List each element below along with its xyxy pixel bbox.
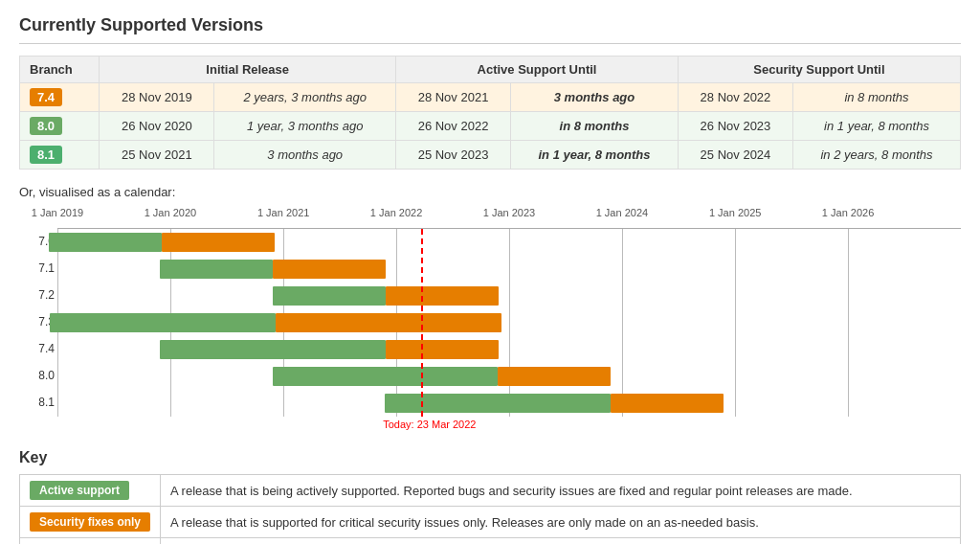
calendar-chart: 1 Jan 20191 Jan 20201 Jan 20211 Jan 2022… [19, 207, 961, 434]
gantt-bar [386, 340, 499, 359]
key-badge-cell: Active support [20, 475, 161, 507]
key-table: Active support A release that is being a… [19, 474, 961, 544]
gantt-row-label: 7.1 [21, 261, 55, 275]
key-title: Key [19, 449, 961, 466]
axis-label: 1 Jan 2025 [709, 207, 761, 218]
table-row: 7.4 28 Nov 2019 2 years, 3 months ago 28… [20, 83, 961, 112]
table-row: 8.1 25 Nov 2021 3 months ago 25 Nov 2023… [20, 141, 961, 170]
version-badge: 7.4 [30, 88, 62, 106]
branch-cell: 8.0 [20, 112, 100, 141]
security-relative: in 1 year, 8 months [793, 112, 961, 141]
col-initial-release: Initial Release [100, 57, 396, 83]
key-section: Key Active support A release that is bei… [19, 449, 961, 544]
security-relative: in 8 months [793, 83, 961, 112]
active-date: 26 Nov 2022 [396, 112, 511, 141]
axis-label: 1 Jan 2026 [822, 207, 874, 218]
gantt-bar [386, 286, 499, 306]
key-row: End of life A release that is no longer … [20, 538, 961, 545]
axis-label: 1 Jan 2024 [596, 207, 648, 218]
page-title: Currently Supported Versions [19, 15, 961, 44]
gantt-row-label: 8.1 [21, 396, 55, 409]
active-relative: in 8 months [511, 112, 679, 141]
today-label: Today: 23 Mar 2022 [383, 419, 476, 430]
gantt-bar [49, 233, 162, 252]
key-description: A release that is supported for critical… [161, 507, 961, 538]
key-row: Active support A release that is being a… [20, 475, 961, 507]
active-relative: in 1 year, 8 months [511, 141, 679, 170]
security-relative: in 2 years, 8 months [793, 141, 961, 170]
security-date: 26 Nov 2023 [678, 112, 792, 141]
table-row: 8.0 26 Nov 2020 1 year, 3 months ago 26 … [20, 112, 961, 141]
gantt-bar [160, 260, 273, 279]
gantt-bar [273, 367, 499, 386]
version-badge: 8.0 [30, 117, 62, 135]
key-badge: Active support [30, 481, 129, 500]
calendar-intro: Or, visualised as a calendar: [19, 185, 961, 199]
gantt-body: 7.07.17.27.37.48.08.1 Today: 23 Mar 2022 [57, 228, 961, 434]
axis-label: 1 Jan 2019 [32, 207, 83, 218]
gantt-bar [273, 260, 386, 279]
initial-date: 26 Nov 2020 [100, 112, 214, 141]
initial-date: 25 Nov 2021 [100, 141, 214, 170]
axis-label: 1 Jan 2022 [370, 207, 422, 218]
key-description: A release that is being actively support… [161, 475, 961, 507]
security-date: 28 Nov 2022 [678, 83, 792, 112]
grid-line [848, 229, 849, 417]
col-active-support: Active Support Until [396, 57, 679, 83]
gantt-bar [498, 367, 611, 386]
grid-line [509, 229, 510, 417]
gantt-bar [273, 286, 387, 306]
initial-relative: 1 year, 3 months ago [214, 112, 396, 141]
key-row: Security fixes only A release that is su… [20, 507, 961, 538]
gantt-row-label: 7.4 [21, 342, 55, 355]
initial-relative: 3 months ago [214, 141, 396, 170]
col-branch: Branch [20, 57, 100, 83]
gantt-bar [50, 313, 276, 332]
version-badge: 8.1 [30, 146, 62, 164]
gantt-row-label: 8.0 [21, 369, 55, 382]
key-badge-cell: End of life [20, 538, 161, 545]
initial-relative: 2 years, 3 months ago [214, 83, 396, 112]
active-date: 28 Nov 2021 [396, 83, 511, 112]
initial-date: 28 Nov 2019 [100, 83, 214, 112]
key-badge-cell: Security fixes only [20, 507, 161, 538]
axis-label: 1 Jan 2020 [145, 207, 196, 218]
gantt-bar [160, 340, 386, 359]
gantt-bar [611, 394, 724, 413]
col-security-support: Security Support Until [678, 57, 960, 83]
grid-line [622, 229, 623, 417]
branch-cell: 7.4 [20, 83, 100, 112]
gantt-row-label: 7.2 [21, 288, 55, 302]
gantt-bar [276, 313, 501, 332]
grid-line [735, 229, 736, 417]
active-relative: 3 months ago [511, 83, 679, 112]
axis-label: 1 Jan 2023 [483, 207, 535, 218]
today-line [421, 229, 423, 417]
key-description: A release that is no longer supported. U… [161, 538, 961, 545]
branch-cell: 8.1 [20, 141, 100, 170]
axis-label: 1 Jan 2021 [257, 207, 309, 218]
versions-table: Branch Initial Release Active Support Un… [19, 56, 961, 170]
gantt-bar [162, 233, 275, 252]
active-date: 25 Nov 2023 [396, 141, 511, 170]
gantt-bar [385, 394, 611, 413]
key-badge: Security fixes only [30, 512, 150, 532]
axis-labels-row: 1 Jan 20191 Jan 20201 Jan 20211 Jan 2022… [57, 207, 961, 228]
security-date: 25 Nov 2024 [678, 141, 792, 170]
